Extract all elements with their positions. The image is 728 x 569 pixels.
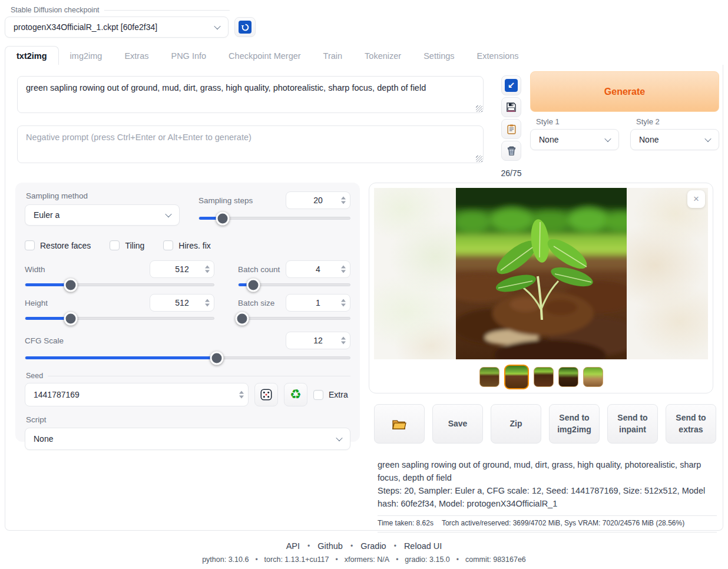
script-select[interactable]: None xyxy=(25,428,350,450)
refresh-checkpoint-button[interactable] xyxy=(234,17,256,37)
generated-image-sapling[interactable] xyxy=(456,188,627,359)
paste-arrow-icon: ↙ xyxy=(505,79,518,92)
tab-extensions[interactable]: Extensions xyxy=(466,47,530,66)
footer-link-reload-ui[interactable]: Reload UI xyxy=(404,541,442,551)
sampling-steps-value: 20 xyxy=(313,196,323,205)
tab-txt2img[interactable]: txt2img xyxy=(5,46,59,67)
gallery-thumbnail-5[interactable] xyxy=(583,367,603,387)
vram-stats: Torch active/reserved: 3699/4702 MiB, Sy… xyxy=(442,519,684,527)
send-to-extras-button[interactable]: Send to extras xyxy=(666,404,716,444)
style2-value: None xyxy=(639,135,658,144)
tab-tokenizer[interactable]: Tokenizer xyxy=(353,47,412,66)
clear-prompt-button[interactable] xyxy=(501,141,521,161)
seed-input[interactable]: 1441787169 xyxy=(25,383,249,406)
batch-count-label: Batch count xyxy=(238,265,280,274)
cfg-scale-slider[interactable] xyxy=(25,356,350,359)
footer: API • Github • Gradio • Reload UI python… xyxy=(0,541,728,564)
prompt-input[interactable]: green sapling rowing out of ground, mud,… xyxy=(17,76,484,113)
generation-settings-card: Sampling method Euler a Sampling steps 2… xyxy=(15,183,360,442)
width-input[interactable]: 512 xyxy=(150,260,214,278)
style1-label: Style 1 xyxy=(536,117,619,126)
batch-count-input[interactable]: 4 xyxy=(286,260,350,278)
zip-button[interactable]: Zip xyxy=(491,404,541,444)
main-tab-bar: txt2img img2img Extras PNG Info Checkpoi… xyxy=(5,46,723,67)
folder-icon xyxy=(392,418,407,431)
chevron-down-icon xyxy=(336,435,342,441)
cfg-scale-input[interactable]: 12 xyxy=(286,332,350,349)
extra-seed-label: Extra xyxy=(329,390,348,399)
send-to-img2img-button[interactable]: Send to img2img xyxy=(549,404,600,444)
gallery-thumbnail-3[interactable] xyxy=(534,367,554,387)
gallery-thumbnail-2-selected[interactable] xyxy=(504,365,529,389)
checkpoint-label: Stable Diffusion checkpoint xyxy=(11,6,230,14)
bullet-separator: • xyxy=(394,542,396,550)
cfg-scale-value: 12 xyxy=(313,336,323,345)
save-style-button[interactable] xyxy=(501,97,521,117)
seed-label: Seed xyxy=(26,372,350,380)
checkpoint-select[interactable]: protogenX34OfficialR_1.ckpt [60fe2f34] xyxy=(5,16,229,38)
footer-link-api[interactable]: API xyxy=(286,541,300,551)
height-slider[interactable] xyxy=(25,317,214,320)
floppy-disk-icon xyxy=(505,101,517,113)
tab-extras[interactable]: Extras xyxy=(113,47,160,66)
version-xformers: xformers: N/A xyxy=(345,555,389,564)
batch-size-slider[interactable] xyxy=(238,317,350,320)
tab-settings[interactable]: Settings xyxy=(412,47,465,66)
tab-img2img[interactable]: img2img xyxy=(59,47,114,66)
batch-count-slider[interactable] xyxy=(238,283,350,286)
send-to-inpaint-button[interactable]: Send to inpaint xyxy=(607,404,658,444)
save-button[interactable]: Save xyxy=(432,404,483,444)
sampling-method-label: Sampling method xyxy=(26,191,180,200)
generate-button[interactable]: Generate xyxy=(530,71,719,112)
batch-size-input[interactable]: 1 xyxy=(286,294,350,312)
random-seed-button[interactable] xyxy=(254,383,278,406)
version-torch: torch: 1.13.1+cu117 xyxy=(264,555,329,564)
width-slider[interactable] xyxy=(25,283,214,286)
chevron-down-icon xyxy=(604,135,611,142)
tab-png-info[interactable]: PNG Info xyxy=(160,47,217,66)
checkpoint-value: protogenX34OfficialR_1.ckpt [60fe2f34] xyxy=(14,22,157,32)
result-gallery: × xyxy=(369,183,713,393)
tiling-checkbox[interactable]: Tiling xyxy=(110,240,144,250)
sampling-steps-slider[interactable] xyxy=(198,217,350,220)
style2-label: Style 2 xyxy=(636,117,719,126)
tab-train[interactable]: Train xyxy=(312,47,354,66)
bullet-separator: • xyxy=(255,555,257,564)
trash-icon xyxy=(506,145,517,157)
time-taken: Time taken: 8.62s xyxy=(378,519,434,527)
footer-link-gradio[interactable]: Gradio xyxy=(360,541,386,551)
restore-faces-label: Restore faces xyxy=(40,241,91,250)
bullet-separator: • xyxy=(336,555,338,564)
paste-generation-params-button[interactable]: ↙ xyxy=(501,75,521,95)
width-label: Width xyxy=(25,265,45,274)
close-icon[interactable]: × xyxy=(687,190,705,208)
sampling-steps-input[interactable]: 20 xyxy=(286,191,350,209)
extra-seed-checkbox[interactable]: Extra xyxy=(313,390,348,400)
hires-fix-checkbox[interactable]: Hires. fix xyxy=(163,240,210,250)
bullet-separator: • xyxy=(350,542,353,550)
height-input[interactable]: 512 xyxy=(150,294,214,312)
sampling-method-select[interactable]: Euler a xyxy=(25,204,180,226)
gallery-thumbnail-4[interactable] xyxy=(558,367,578,387)
reuse-seed-button[interactable]: ♻ xyxy=(284,383,307,406)
version-gradio: gradio: 3.15.0 xyxy=(405,555,449,564)
bullet-separator: • xyxy=(307,542,310,550)
negative-prompt-resize-handle[interactable] xyxy=(476,156,482,162)
restore-faces-checkbox[interactable]: Restore faces xyxy=(25,240,91,250)
style2-select[interactable]: None xyxy=(630,129,719,150)
gallery-prev-image-blurred[interactable] xyxy=(374,188,456,359)
gallery-thumbnail-1[interactable] xyxy=(479,367,499,387)
chevron-down-icon xyxy=(214,23,221,29)
bullet-separator: • xyxy=(396,555,398,564)
gallery-next-image-blurred[interactable] xyxy=(626,188,708,359)
generation-info-performance: Time taken: 8.62s Torch active/reserved:… xyxy=(378,515,717,530)
prompt-resize-handle[interactable] xyxy=(476,105,482,112)
token-counter: 26/75 xyxy=(501,168,521,178)
batch-size-label: Batch size xyxy=(238,299,274,307)
negative-prompt-input[interactable] xyxy=(17,125,484,163)
apply-style-button[interactable] xyxy=(501,119,521,139)
open-folder-button[interactable] xyxy=(374,404,425,444)
footer-link-github[interactable]: Github xyxy=(317,541,343,551)
tab-checkpoint-merger[interactable]: Checkpoint Merger xyxy=(217,47,312,66)
style1-select[interactable]: None xyxy=(530,129,619,150)
